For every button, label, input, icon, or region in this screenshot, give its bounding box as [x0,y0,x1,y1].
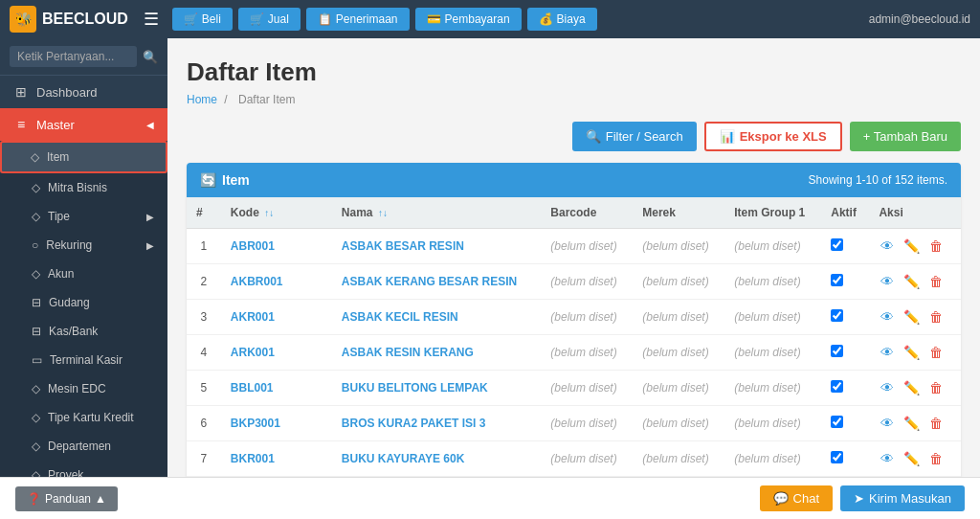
view-button[interactable]: 👁 [879,237,896,256]
breadcrumb-home[interactable]: Home [187,93,217,106]
kode-link[interactable]: BKP3001 [231,417,280,430]
main-content: Daftar Item Home / Daftar Item 🔍 Filter … [167,38,980,477]
nav-penerimaan[interactable]: 📋 Penerimaan [306,8,410,31]
view-button[interactable]: 👁 [879,449,896,468]
nama-link[interactable]: BUKU KAYURAYE 60K [342,452,464,465]
delete-button[interactable]: 🗑 [927,414,945,433]
kode-link[interactable]: ABR001 [231,239,275,253]
table-header-title: 🔄 Item [200,172,250,188]
edit-button[interactable]: ✏️ [902,307,922,327]
action-buttons: 👁 ✏️ 🗑 [879,449,951,468]
kode-link[interactable]: BBL001 [231,381,274,395]
nav-beli[interactable]: 🛒 Beli [172,8,233,31]
aktif-checkbox[interactable] [831,451,843,463]
table-row: 3 AKR001 ASBAK KECIL RESIN (belum diset)… [187,300,961,335]
view-button[interactable]: 👁 [879,307,896,327]
delete-button[interactable]: 🗑 [927,272,945,291]
cell-kode: AKR001 [221,300,332,335]
nav-jual[interactable]: 🛒 Jual [238,8,301,31]
sidebar-search-input[interactable] [10,46,137,67]
nama-link[interactable]: ASBAK KECIL RESIN [342,310,458,324]
hamburger-menu[interactable]: ☰ [144,9,159,30]
edit-button[interactable]: ✏️ [902,449,922,468]
filter-search-button[interactable]: 🔍 Filter / Search [572,122,697,151]
sidebar-item-tipe-kartu[interactable]: ◇ Tipe Kartu Kredit [0,403,167,432]
kode-link[interactable]: AKBR001 [231,275,283,288]
aktif-checkbox[interactable] [831,380,843,393]
delete-button[interactable]: 🗑 [927,343,945,362]
sidebar-item-master[interactable]: ≡ Master ◀ [0,108,167,141]
aktif-checkbox[interactable] [831,416,843,428]
nama-link[interactable]: ASBAK BESAR RESIN [342,239,464,253]
item-icon: ◇ [31,150,39,164]
sidebar-item-akun[interactable]: ◇ Akun [0,260,167,288]
nav-biaya[interactable]: 💰 Biaya [527,8,597,31]
nav-pembayaran[interactable]: 💳 Pembayaran [415,8,522,31]
sidebar-sub-label: Rekuring [46,238,92,252]
action-buttons: 👁 ✏️ 🗑 [879,237,951,256]
view-button[interactable]: 👁 [879,414,896,433]
sidebar-item-gudang[interactable]: ⊟ Gudang [0,288,167,317]
app-name: BEECLOUD [42,11,128,28]
item-group-value: (belum diset) [734,417,800,430]
edit-button[interactable]: ✏️ [902,343,922,362]
aktif-checkbox[interactable] [831,309,843,322]
kirim-masukan-button[interactable]: ➤ Kirim Masukan [840,485,965,511]
cell-aktif [821,371,869,406]
cell-item-group: (belum diset) [724,300,821,335]
edit-button[interactable]: ✏️ [902,414,922,433]
sidebar-item-terminal-kasir[interactable]: ▭ Terminal Kasir [0,346,167,374]
cell-item-group: (belum diset) [724,441,821,477]
chat-button[interactable]: 💬 Chat [760,485,833,511]
mesin-icon: ◇ [32,382,40,395]
col-num: # [187,197,221,229]
nama-link[interactable]: ASBAK RESIN KERANG [342,346,474,359]
sort-nama[interactable]: ↑↓ [378,208,388,218]
sidebar-sub-label: Mitra Bisnis [48,181,107,194]
aktif-checkbox[interactable] [831,345,843,357]
add-new-button[interactable]: + Tambah Baru [850,122,961,151]
nama-link[interactable]: BUKU BELITONG LEMPAK [342,381,488,395]
tipe-kartu-icon: ◇ [32,411,40,424]
akun-icon: ◇ [32,267,40,281]
view-button[interactable]: 👁 [879,378,896,397]
sidebar-item-kasbank[interactable]: ⊟ Kas/Bank [0,317,167,346]
cell-barcode: (belum diset) [541,441,633,477]
view-button[interactable]: 👁 [879,272,896,291]
kode-link[interactable]: ARK001 [231,346,275,359]
sidebar-item-item[interactable]: ◇ Item [0,141,167,173]
sidebar-item-dashboard[interactable]: ⊞ Dashboard [0,76,167,108]
edit-button[interactable]: ✏️ [902,237,922,256]
sidebar-item-mesin-edc[interactable]: ◇ Mesin EDC [0,374,167,403]
aktif-checkbox[interactable] [831,274,843,286]
panduan-button[interactable]: ❓ Panduan ▲ [15,486,118,511]
kode-link[interactable]: AKR001 [231,310,275,324]
sidebar-item-mitra-bisnis[interactable]: ◇ Mitra Bisnis [0,173,167,202]
kode-link[interactable]: BKR001 [231,452,275,465]
table-row: 1 ABR001 ASBAK BESAR RESIN (belum diset)… [187,229,961,264]
cell-aktif [821,264,869,300]
user-info: admin@beecloud.id [869,12,970,26]
edit-button[interactable]: ✏️ [902,272,922,291]
delete-button[interactable]: 🗑 [927,307,945,327]
cell-kode: AKBR001 [221,264,332,300]
sidebar-item-proyek[interactable]: ◇ Proyek [0,461,167,477]
mitra-icon: ◇ [32,181,40,194]
delete-button[interactable]: 🗑 [927,237,945,256]
nama-link[interactable]: ASBAK KERANG BESAR RESIN [342,275,517,288]
export-xls-button[interactable]: 📊 Ekspor ke XLS [704,122,842,151]
cell-barcode: (belum diset) [541,264,633,300]
sidebar-item-departemen[interactable]: ◇ Departemen [0,432,167,461]
sidebar-item-tipe[interactable]: ◇ Tipe ▶ [0,202,167,231]
nama-link[interactable]: BROS KURA2 PAKET ISI 3 [342,417,485,430]
table-header-row: # Kode ↑↓ Nama ↑↓ Barcode Merek Item Gro… [187,197,961,229]
sort-kode[interactable]: ↑↓ [264,208,274,218]
edit-button[interactable]: ✏️ [902,378,922,397]
view-button[interactable]: 👁 [879,343,896,362]
sidebar-item-rekuring[interactable]: ○ Rekuring ▶ [0,231,167,260]
delete-button[interactable]: 🗑 [927,449,945,468]
aktif-checkbox[interactable] [831,238,843,251]
send-icon: ➤ [854,491,864,506]
toolbar: 🔍 Filter / Search 📊 Ekspor ke XLS + Tamb… [187,122,961,151]
delete-button[interactable]: 🗑 [927,378,945,397]
